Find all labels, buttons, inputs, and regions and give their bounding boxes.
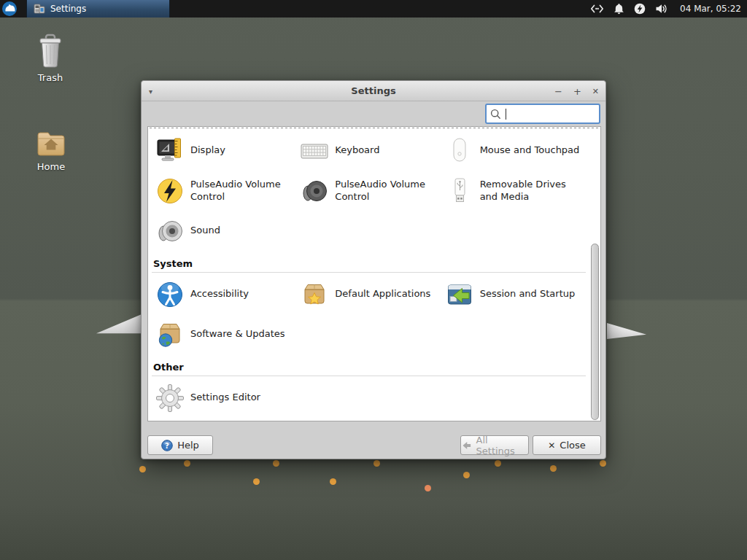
settings-item-removable-drives[interactable]: Removable Drives and Media	[441, 171, 586, 211]
close-button[interactable]: ✕ Close	[533, 435, 601, 455]
item-label: Session and Startup	[480, 288, 576, 300]
settings-item-power-manager[interactable]: PulseAudio Volume Control	[152, 171, 296, 211]
desktop-icon-label: Trash	[38, 72, 63, 83]
top-panel: Settings 04 Mar, 05:22	[0, 0, 747, 18]
removable-drives-icon	[445, 176, 474, 206]
window-footer: ? Help All Settings ✕ Close	[142, 420, 605, 459]
item-label: Default Applications	[335, 288, 430, 300]
all-settings-button-label: All Settings	[476, 435, 528, 456]
display-icon	[155, 136, 185, 166]
window-title: Settings	[351, 85, 395, 96]
volume-tray-icon[interactable]	[655, 4, 668, 14]
all-settings-button[interactable]: All Settings	[460, 435, 529, 455]
focus-indicator	[150, 128, 599, 128]
help-icon: ?	[161, 440, 173, 451]
wallpaper-dot	[495, 460, 501, 467]
wallpaper-dot	[273, 460, 279, 467]
item-label: Settings Editor	[190, 392, 260, 404]
close-button-label: Close	[560, 440, 585, 451]
mouse-icon	[445, 136, 474, 166]
item-label: Mouse and Touchpad	[480, 144, 580, 157]
settings-item-accessibility[interactable]: Accessibility	[152, 274, 296, 314]
item-label: Removable Drives and Media	[480, 179, 584, 203]
wallpaper-dot	[463, 472, 470, 478]
desktop-icon-home[interactable]: Home	[23, 125, 80, 172]
system-tray: 04 Mar, 05:22	[590, 0, 741, 18]
pulseaudio-icon	[300, 176, 329, 206]
empty-cell	[296, 211, 441, 251]
wallpaper-dot	[600, 460, 606, 467]
settings-item-session-startup[interactable]: Session and Startup	[441, 274, 586, 314]
settings-editor-icon	[155, 384, 185, 413]
settings-item-software-updates[interactable]: Software & Updates	[152, 314, 296, 354]
settings-list-viewport: Display Keyboard Mouse and Touchpad	[147, 126, 601, 421]
empty-cell	[441, 314, 586, 354]
item-label: PulseAudio Volume Control	[190, 179, 295, 203]
power-manager-icon	[155, 176, 185, 206]
wallpaper-arrow-right	[607, 323, 646, 339]
maximize-icon[interactable]: +	[573, 87, 581, 96]
settings-item-mouse-touchpad[interactable]: Mouse and Touchpad	[441, 131, 586, 171]
minimize-icon[interactable]: −	[554, 87, 562, 96]
close-icon[interactable]: ✕	[592, 88, 599, 96]
settings-item-pulseaudio[interactable]: PulseAudio Volume Control	[296, 171, 441, 211]
wallpaper-dot	[425, 485, 431, 491]
section-header-system: System	[152, 251, 586, 273]
trash-icon	[34, 32, 67, 70]
scrollbar-thumb[interactable]	[591, 244, 599, 420]
settings-window: ▾ Settings − + ✕	[141, 80, 606, 459]
search-text-field[interactable]	[508, 109, 595, 120]
item-label: Sound	[190, 225, 220, 237]
search-icon	[490, 109, 501, 120]
taskbar-button-settings[interactable]: Settings	[26, 0, 170, 18]
item-label: Software & Updates	[190, 328, 285, 341]
sound-icon	[155, 217, 185, 246]
wallpaper-dot	[330, 478, 336, 485]
network-icon[interactable]	[590, 4, 604, 14]
wallpaper-arrow-left	[96, 313, 142, 336]
empty-cell	[441, 211, 586, 251]
accessibility-icon	[155, 280, 185, 309]
window-titlebar[interactable]: ▾ Settings − + ✕	[142, 81, 605, 101]
session-startup-icon	[445, 280, 474, 309]
wallpaper-dot	[550, 465, 557, 472]
item-label: PulseAudio Volume Control	[335, 179, 439, 203]
settings-item-default-applications[interactable]: Default Applications	[296, 274, 441, 314]
settings-item-keyboard[interactable]: Keyboard	[296, 131, 441, 171]
notifications-bell-icon[interactable]	[614, 3, 624, 15]
settings-item-settings-editor[interactable]: Settings Editor	[152, 378, 296, 418]
item-label: Accessibility	[190, 288, 249, 300]
keyboard-icon	[300, 136, 329, 166]
window-menu-caret-icon[interactable]: ▾	[149, 81, 152, 101]
item-label: Keyboard	[335, 144, 379, 157]
section-header-other: Other	[152, 354, 586, 376]
power-manager-tray-icon[interactable]	[634, 3, 646, 15]
wallpaper-dot	[374, 460, 380, 467]
desktop-icon-label: Home	[37, 161, 65, 172]
applications-menu-icon[interactable]	[1, 1, 18, 17]
empty-cell	[296, 314, 441, 354]
settings-item-display[interactable]: Display	[152, 131, 296, 171]
settings-window-icon	[34, 3, 45, 15]
taskbar-button-label: Settings	[50, 4, 86, 14]
close-button-icon: ✕	[548, 440, 555, 451]
desktop-icon-trash[interactable]: Trash	[22, 32, 79, 83]
wallpaper-dot	[253, 478, 260, 485]
wallpaper-dot	[184, 460, 190, 467]
software-updates-icon	[155, 320, 185, 349]
help-button-label: Help	[177, 440, 199, 451]
settings-item-sound[interactable]: Sound	[152, 211, 296, 251]
search-input[interactable]	[485, 104, 600, 124]
text-cursor	[506, 109, 506, 120]
default-applications-icon	[300, 280, 329, 309]
item-label: Display	[190, 144, 225, 157]
panel-clock[interactable]: 04 Mar, 05:22	[680, 4, 741, 14]
svg-text:?: ?	[165, 441, 169, 449]
wallpaper-dot	[139, 466, 146, 472]
home-folder-icon	[34, 125, 68, 159]
back-arrow-icon	[461, 440, 472, 451]
help-button[interactable]: ? Help	[147, 435, 213, 455]
